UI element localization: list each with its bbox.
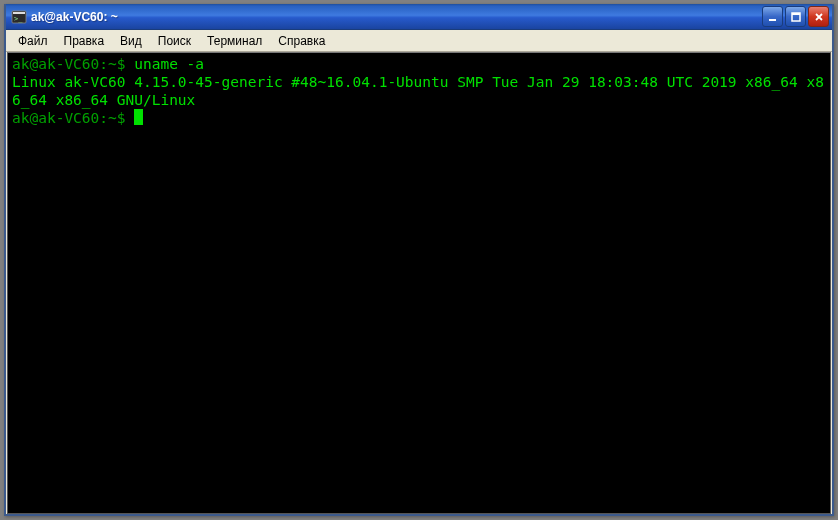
- terminal-line-3: ak@ak-VC60:~$: [12, 109, 826, 127]
- window-controls: [762, 6, 829, 27]
- cursor-icon: [134, 109, 143, 125]
- close-button[interactable]: [808, 6, 829, 27]
- window-title: ak@ak-VC60: ~: [31, 10, 762, 24]
- prompt: ak@ak-VC60:~$: [12, 110, 134, 126]
- titlebar[interactable]: >_ ak@ak-VC60: ~: [6, 4, 832, 30]
- menu-edit[interactable]: Правка: [56, 32, 113, 50]
- terminal-window: >_ ak@ak-VC60: ~ Файл Правка Вид Поиск Т…: [4, 4, 834, 516]
- svg-rect-3: [769, 19, 776, 21]
- menu-file[interactable]: Файл: [10, 32, 56, 50]
- terminal-icon: >_: [11, 9, 27, 25]
- prompt: ak@ak-VC60:~$: [12, 56, 134, 72]
- svg-text:>_: >_: [14, 15, 23, 23]
- svg-rect-1: [13, 12, 25, 14]
- menu-search[interactable]: Поиск: [150, 32, 199, 50]
- terminal-line-1: ak@ak-VC60:~$ uname -a: [12, 55, 826, 73]
- terminal-content[interactable]: ak@ak-VC60:~$ uname -aLinux ak-VC60 4.15…: [7, 52, 831, 514]
- menu-terminal[interactable]: Терминал: [199, 32, 270, 50]
- terminal-output: Linux ak-VC60 4.15.0-45-generic #48~16.0…: [12, 73, 826, 109]
- minimize-button[interactable]: [762, 6, 783, 27]
- menubar: Файл Правка Вид Поиск Терминал Справка: [6, 30, 832, 52]
- menu-view[interactable]: Вид: [112, 32, 150, 50]
- command-text: uname -a: [134, 56, 204, 72]
- maximize-button[interactable]: [785, 6, 806, 27]
- svg-rect-5: [792, 13, 800, 15]
- menu-help[interactable]: Справка: [270, 32, 333, 50]
